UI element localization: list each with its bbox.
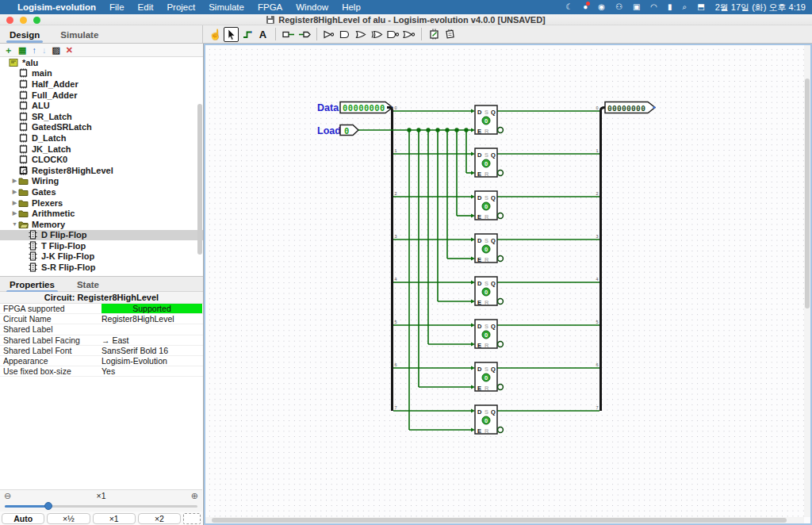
edit-appearance-icon[interactable] [427, 27, 442, 42]
nand-gate-icon[interactable] [385, 27, 400, 42]
property-row[interactable]: Shared Label [0, 324, 203, 335]
property-value: Register8HighLevel [102, 314, 203, 324]
menu-window[interactable]: Window [296, 2, 328, 12]
moon-icon[interactable]: ☾ [565, 3, 573, 11]
zoom-out-icon[interactable]: ⊖ [4, 491, 11, 501]
tab-simulate[interactable]: Simulate [59, 28, 100, 41]
input-pin-icon[interactable] [281, 27, 296, 42]
tree-item-memory[interactable]: ▼Memory [0, 219, 203, 230]
zoom-slider-thumb[interactable] [44, 502, 52, 510]
edit-icon[interactable]: ▨ [52, 46, 59, 55]
tree-item-register8highlevel[interactable]: Register8HighLevel [0, 165, 203, 176]
menu-edit[interactable]: Edit [138, 2, 154, 12]
zoom-button-×½[interactable]: ×½ [47, 513, 90, 524]
delete-icon[interactable]: ✕ [66, 46, 73, 55]
edit-tool-icon[interactable] [224, 27, 239, 42]
tree-item-s-r-flip-flop[interactable]: S-R Flip-Flop [0, 262, 203, 273]
control-center-icon[interactable]: ⬒ [697, 3, 704, 11]
not-gate-icon[interactable] [322, 27, 337, 42]
wiring-tool-icon[interactable] [239, 27, 255, 42]
toolbar-separator [421, 28, 422, 40]
tree-item-arithmetic[interactable]: ▶Arithmetic [0, 208, 203, 219]
tree-item-alu[interactable]: ALU [0, 100, 203, 111]
canvas-vscrollbar[interactable] [804, 45, 810, 517]
app-notification-icon[interactable]: ● [583, 3, 588, 11]
property-label: Use fixed box-size [0, 366, 102, 376]
zoom-button-×2[interactable]: ×2 [138, 513, 181, 524]
menubar-clock[interactable]: 2월 17일 (화) 오후 4:19 [715, 2, 806, 13]
zoom-button-×1[interactable]: ×1 [93, 513, 136, 524]
property-row[interactable]: Circuit NameRegister8HighLevel [0, 314, 203, 324]
zoom-in-icon[interactable]: ⊕ [191, 491, 198, 501]
wifi-icon[interactable]: ◠ [650, 3, 657, 11]
property-label: Appearance [0, 356, 102, 366]
tree-item-half-adder[interactable]: Half_Adder [0, 79, 203, 90]
menu-project[interactable]: Project [167, 2, 195, 12]
tree-item--alu[interactable]: *alu [0, 57, 203, 68]
close-window-button[interactable] [6, 17, 13, 24]
collapsed-arrow-icon[interactable]: ▶ [11, 189, 18, 195]
canvas-hscrollbar[interactable] [205, 517, 804, 523]
tab-design[interactable]: Design [8, 28, 41, 41]
tree-item-clock0[interactable]: CLOCK0 [0, 154, 203, 165]
property-row[interactable]: Shared Label FontSansSerif Bold 16 [0, 346, 203, 356]
tree-item-d-latch[interactable]: D_Latch [0, 132, 203, 144]
toolbox-chip-icon[interactable] [442, 27, 458, 42]
poke-tool-icon[interactable]: ☝ [208, 27, 223, 42]
battery-icon[interactable]: ▮ [668, 3, 672, 11]
property-row[interactable]: Shared Label Facing→ East [0, 335, 203, 346]
zoom-slider[interactable] [3, 501, 199, 511]
tree-item-plexers[interactable]: ▶Plexers [0, 197, 203, 209]
menu-logisim-evolution[interactable]: Logisim-evolution [17, 2, 96, 12]
svg-text:5: 5 [596, 320, 598, 324]
tree-item-gates[interactable]: ▶Gates [0, 186, 203, 197]
tree-item-gatedsrlatch[interactable]: GatedSRLatch [0, 122, 203, 133]
tree-item-t-flip-flop[interactable]: T Flip-Flop [0, 240, 203, 251]
partial-zoom-button[interactable] [183, 513, 201, 524]
collapsed-arrow-icon[interactable]: ▶ [11, 178, 18, 184]
tree-item-wiring[interactable]: ▶Wiring [0, 176, 203, 187]
collapsed-arrow-icon[interactable]: ▶ [11, 210, 18, 217]
expanded-arrow-icon[interactable]: ▼ [11, 221, 18, 227]
minimize-window-button[interactable] [20, 17, 27, 24]
move-up-icon[interactable]: ↑ [32, 46, 36, 55]
svg-text:E: E [477, 171, 481, 178]
tree-item-main[interactable]: main [0, 68, 203, 79]
tree-item-jk-latch[interactable]: JK_Latch [0, 144, 203, 155]
text-tool-icon[interactable]: A [255, 27, 270, 42]
tree-item-label: D Flip-Flop [41, 230, 86, 240]
collapsed-arrow-icon[interactable]: ▶ [11, 200, 18, 206]
menu-fpga[interactable]: FPGA [258, 2, 282, 12]
xor-gate-icon[interactable] [370, 27, 385, 42]
menu-help[interactable]: Help [342, 2, 361, 12]
property-row[interactable]: AppearanceLogisim-Evolution [0, 356, 203, 366]
tree-item-j-k-flip-flop[interactable]: J-K Flip-Flop [0, 251, 203, 262]
search-icon[interactable]: ⌕ [683, 3, 688, 11]
tab-state[interactable]: State [75, 278, 101, 291]
zoom-button-auto[interactable]: Auto [2, 513, 44, 524]
tree-item-sr-latch[interactable]: SR_Latch [0, 111, 203, 122]
users-icon[interactable]: ⚇ [615, 3, 622, 11]
move-down-icon[interactable]: ↓ [42, 46, 47, 55]
add-vhdl-icon[interactable]: ▦ [18, 46, 26, 55]
window-titlebar[interactable]: Register8HighLevel of alu - Logisim-evol… [0, 14, 812, 25]
menu-file[interactable]: File [109, 2, 124, 12]
project-icon [9, 58, 19, 67]
tree-item-full-adder[interactable]: Full_Adder [0, 90, 203, 101]
property-row[interactable]: FPGA supportedSupported [0, 304, 203, 314]
property-row[interactable]: Use fixed box-sizeYes [0, 366, 203, 377]
tree-scrollbar[interactable] [197, 104, 202, 255]
tree-item-d-flip-flop[interactable]: D Flip-Flop [0, 230, 203, 241]
zoom-window-button[interactable] [33, 17, 40, 24]
circuit-canvas[interactable]: Data00000000Load00000000000DSQER011DSQER… [205, 45, 804, 517]
app-menus: Logisim-evolutionFileEditProjectSimulate… [17, 2, 374, 12]
tab-properties[interactable]: Properties [8, 278, 56, 291]
menu-simulate[interactable]: Simulate [209, 2, 244, 12]
play-circle-icon[interactable]: ◉ [598, 3, 605, 11]
nor-gate-icon[interactable] [401, 27, 416, 42]
or-gate-icon[interactable] [354, 27, 369, 42]
add-circuit-icon[interactable]: ＋ [4, 46, 13, 55]
and-gate-icon[interactable] [338, 27, 353, 42]
output-pin-icon[interactable] [297, 27, 312, 42]
input-source-icon[interactable]: ▣ [633, 3, 640, 11]
